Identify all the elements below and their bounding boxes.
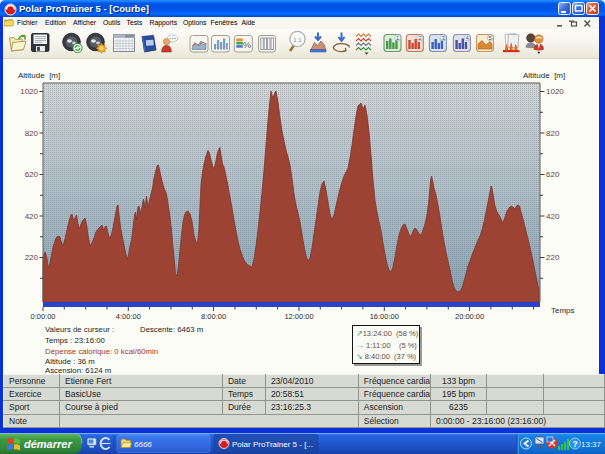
svg-text:1020: 1020 [20, 87, 38, 96]
svg-text:démarrer: démarrer [24, 438, 72, 450]
svg-text:12:00:00: 12:00:00 [284, 312, 313, 321]
svg-text:0:00:00: 0:00:00 [30, 312, 55, 321]
svg-text:620: 620 [25, 170, 39, 179]
svg-text:8:00:00: 8:00:00 [201, 312, 226, 321]
svg-text:20:00:00: 20:00:00 [455, 312, 484, 321]
svg-text:820: 820 [25, 129, 39, 138]
svg-text:6666: 6666 [134, 440, 152, 449]
svg-text:620: 620 [546, 170, 560, 179]
svg-text:1:1: 1:1 [293, 37, 302, 43]
svg-text:1020: 1020 [546, 87, 564, 96]
svg-text:Altitude [m]: Altitude [m] [18, 71, 60, 80]
svg-text:13:37: 13:37 [581, 440, 602, 449]
svg-text:420: 420 [25, 212, 39, 221]
svg-text:220: 220 [546, 253, 560, 262]
svg-text:16:00:00: 16:00:00 [370, 312, 399, 321]
svg-text:820: 820 [546, 129, 560, 138]
svg-text:Polar ProTrainer 5 - [...: Polar ProTrainer 5 - [... [232, 440, 313, 449]
svg-text:420: 420 [546, 212, 560, 221]
svg-text:Altitude [m]: Altitude [m] [523, 71, 565, 80]
svg-text:?: ? [572, 439, 577, 449]
svg-text:220: 220 [25, 253, 39, 262]
svg-text:4:00:00: 4:00:00 [116, 312, 141, 321]
svg-text:%: % [243, 39, 252, 50]
svg-text:Temps: Temps [551, 306, 575, 315]
